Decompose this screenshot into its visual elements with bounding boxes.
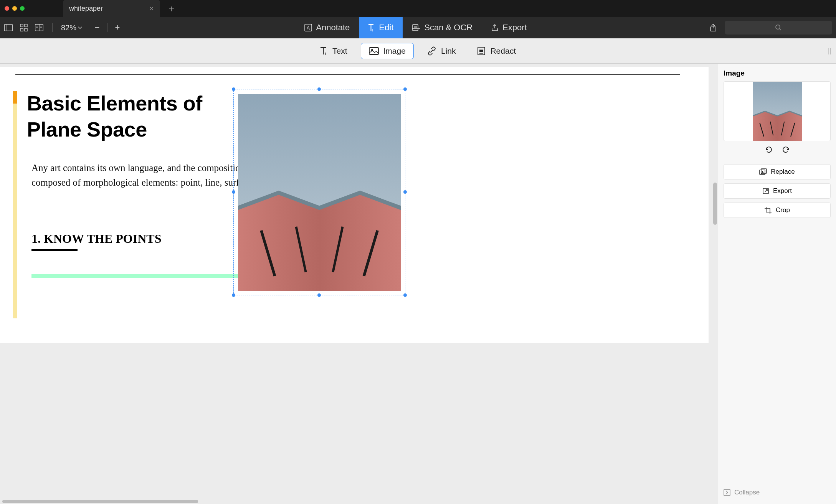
collapse-label: Collapse xyxy=(734,489,760,496)
document-tab[interactable]: whitepaper ✕ xyxy=(63,0,160,17)
svg-rect-31 xyxy=(479,50,483,52)
resize-handle-middle-right[interactable] xyxy=(403,190,407,194)
crop-icon xyxy=(764,206,772,214)
edit-link-label: Link xyxy=(441,46,456,56)
replace-icon xyxy=(759,168,767,175)
resize-handle-bottom-left[interactable] xyxy=(232,293,235,297)
mode-export-label: Export xyxy=(502,23,527,33)
share-button[interactable] xyxy=(709,23,718,32)
vertical-scrollbar-thumb[interactable] xyxy=(713,183,717,225)
mode-edit-button[interactable]: Edit xyxy=(359,17,403,38)
text-icon xyxy=(320,47,328,55)
content-area: Basic Elements of Plane Space Any art co… xyxy=(0,64,836,504)
rotate-controls xyxy=(724,141,831,153)
edit-text-label: Text xyxy=(332,46,347,56)
accent-bar xyxy=(13,91,17,318)
annotate-icon: A xyxy=(304,24,312,31)
horizontal-scrollbar-thumb[interactable] xyxy=(2,500,198,503)
resize-handle-top-middle[interactable] xyxy=(317,87,321,91)
close-tab-button[interactable]: ✕ xyxy=(149,5,154,12)
edit-text-button[interactable]: Text xyxy=(312,43,355,59)
mode-annotate-button[interactable]: A Annotate xyxy=(295,17,359,38)
edit-redact-label: Redact xyxy=(490,46,516,56)
svg-point-54 xyxy=(762,171,763,172)
document-page: Basic Elements of Plane Space Any art co… xyxy=(0,67,709,343)
svg-rect-4 xyxy=(20,28,23,31)
reader-view-icon[interactable] xyxy=(35,23,44,32)
svg-rect-3 xyxy=(25,24,27,27)
main-toolbar: 82% − + A Annotate Edit xyxy=(0,17,836,38)
edit-image-label: Image xyxy=(383,46,406,56)
mode-export-button[interactable]: Export xyxy=(482,17,536,38)
resize-handle-bottom-right[interactable] xyxy=(403,293,407,297)
replace-image-button[interactable]: Replace xyxy=(724,164,831,180)
mode-edit-label: Edit xyxy=(379,23,393,33)
close-window-button[interactable] xyxy=(5,6,9,11)
document-viewport[interactable]: Basic Elements of Plane Space Any art co… xyxy=(0,64,718,504)
collapse-icon xyxy=(724,489,730,496)
search-icon xyxy=(775,24,782,31)
crop-image-button[interactable]: Crop xyxy=(724,203,831,218)
export-image-button[interactable]: Export xyxy=(724,183,831,199)
svg-marker-36 xyxy=(319,193,401,291)
image-inspector-panel: Image xyxy=(718,64,836,504)
rotate-left-button[interactable] xyxy=(765,146,773,153)
edit-redact-button[interactable]: Redact xyxy=(469,43,524,59)
resize-handle-top-right[interactable] xyxy=(403,87,407,91)
edit-icon xyxy=(368,24,375,31)
svg-marker-45 xyxy=(777,111,802,141)
collapse-inspector-button[interactable]: Collapse xyxy=(724,486,831,499)
svg-marker-44 xyxy=(753,111,777,141)
image-icon xyxy=(369,47,379,55)
edit-image-button[interactable]: Image xyxy=(361,43,414,59)
toolbar-grip-icon[interactable]: || xyxy=(828,47,831,55)
resize-handle-bottom-middle[interactable] xyxy=(317,293,321,297)
export-label: Export xyxy=(773,187,792,195)
titlebar: whitepaper ✕ ＋ xyxy=(0,0,836,17)
zoom-out-button[interactable]: − xyxy=(92,23,102,33)
resize-handle-top-left[interactable] xyxy=(232,87,235,91)
window-controls xyxy=(5,6,25,11)
edit-link-button[interactable]: Link xyxy=(419,43,464,59)
svg-rect-56 xyxy=(724,489,730,496)
svg-text:A: A xyxy=(307,25,310,31)
tab-title: whitepaper xyxy=(69,5,103,13)
svg-marker-35 xyxy=(238,193,319,291)
sidebar-toggle-icon[interactable] xyxy=(4,23,13,32)
svg-rect-52 xyxy=(760,170,765,175)
inspector-image-preview xyxy=(724,81,831,141)
mode-scan-ocr-label: Scan & OCR xyxy=(424,23,473,33)
export-icon xyxy=(491,24,499,31)
edit-sub-toolbar: Text Image Link Redact || xyxy=(0,38,836,64)
mode-annotate-label: Annotate xyxy=(316,23,350,33)
search-input[interactable] xyxy=(725,21,832,35)
crop-label: Crop xyxy=(776,206,790,214)
link-icon xyxy=(427,46,436,56)
maximize-window-button[interactable] xyxy=(20,6,25,11)
selected-image-frame[interactable] xyxy=(233,89,405,295)
section-underline xyxy=(31,249,78,251)
minimize-window-button[interactable] xyxy=(12,6,17,11)
thumbnail-view-icon[interactable] xyxy=(19,23,28,32)
redact-icon xyxy=(477,46,486,56)
svg-rect-27 xyxy=(369,48,378,54)
svg-point-22 xyxy=(776,25,780,29)
export-small-icon xyxy=(762,188,769,194)
svg-rect-0 xyxy=(5,25,13,31)
chevron-down-icon xyxy=(78,26,82,29)
zoom-dropdown[interactable]: 82% xyxy=(61,23,82,32)
mode-scan-ocr-button[interactable]: Scan & OCR xyxy=(403,17,482,38)
svg-line-23 xyxy=(780,29,781,30)
zoom-value: 82% xyxy=(61,23,76,32)
svg-rect-5 xyxy=(25,28,27,31)
resize-handle-middle-left[interactable] xyxy=(232,190,235,194)
replace-label: Replace xyxy=(771,168,795,176)
inspector-title: Image xyxy=(724,69,831,77)
embedded-image xyxy=(238,94,401,291)
zoom-in-button[interactable]: + xyxy=(112,23,123,33)
scan-icon xyxy=(412,24,420,31)
new-tab-button[interactable]: ＋ xyxy=(167,2,176,15)
rotate-right-button[interactable] xyxy=(781,146,790,153)
zoom-control: 82% − + xyxy=(61,23,123,33)
svg-rect-2 xyxy=(20,24,23,27)
